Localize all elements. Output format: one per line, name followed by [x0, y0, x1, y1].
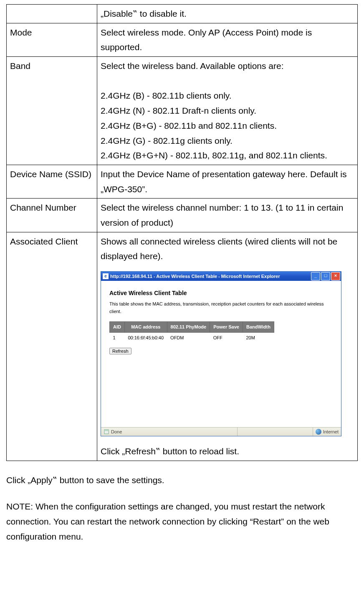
ssid-label: Device Name (SSID): [7, 165, 97, 198]
statusbar: Done Internet: [101, 427, 341, 436]
band-opt4: 2.4GHz (G) - 802.11g clients only.: [101, 133, 354, 148]
row0-desc: „Disable‟ to disable it.: [97, 5, 358, 23]
status-zone: Internet: [323, 428, 339, 436]
ie-body: Active Wireless Client Table This table …: [101, 281, 341, 427]
client-table: AID MAC address 802.11 PhyMode Power Sav…: [109, 321, 274, 343]
done-icon: [104, 429, 109, 435]
cell-aid: 1: [110, 332, 125, 343]
settings-table: „Disable‟ to disable it. Mode Select wir…: [6, 4, 358, 461]
apply-note: Click „Apply‟ button to save the setting…: [6, 473, 358, 488]
table-row: 1 00:16:6f:45:b0:40 OFDM OFF 20M: [110, 332, 274, 343]
band-opt3: 2.4GHz (B+G) - 802.11b and 802.11n clien…: [101, 118, 354, 133]
th-ps: Power Save: [210, 322, 243, 333]
mode-label: Mode: [7, 23, 97, 56]
ssid-desc: Input the Device Name of presentation ga…: [97, 165, 358, 198]
band-label: Band: [7, 57, 97, 165]
client-table-desc: This table shows the MAC address, transm…: [109, 300, 333, 316]
band-opt2: 2.4GHz (N) - 802.11 Draft-n clients only…: [101, 103, 354, 118]
assoc-desc: Shows all connected wireless clients (wi…: [101, 234, 354, 264]
window-title: http://192.168.94.11 - Active Wireless C…: [110, 273, 311, 280]
band-opt1: 2.4GHz (B) - 802.11b clients only.: [101, 88, 354, 103]
channel-desc: Select the wireless channel number: 1 to…: [97, 199, 358, 232]
minimize-button[interactable]: _: [311, 272, 320, 280]
internet-icon: [316, 429, 321, 435]
refresh-button[interactable]: Refresh: [109, 348, 131, 354]
restart-note: NOTE: When the configuration settings ar…: [6, 499, 358, 544]
status-done: Done: [111, 428, 122, 436]
ie-window: e http://192.168.94.11 - Active Wireless…: [101, 271, 341, 436]
cell-phy: OFDM: [167, 332, 210, 343]
assoc-desc-cell: Shows all connected wireless clients (wi…: [97, 232, 358, 461]
band-desc: Select the wireless band. Available opti…: [97, 57, 358, 165]
channel-label: Channel Number: [7, 199, 97, 232]
th-phy: 802.11 PhyMode: [167, 322, 210, 333]
close-button[interactable]: ×: [331, 272, 340, 280]
cell-ps: OFF: [210, 332, 243, 343]
assoc-label: Associated Client: [7, 232, 97, 461]
cell-bw: 20M: [243, 332, 274, 343]
titlebar: e http://192.168.94.11 - Active Wireless…: [101, 272, 341, 281]
assoc-after: Click „Refresh‟ button to reload list.: [101, 444, 354, 459]
ie-page-icon: e: [103, 273, 109, 279]
maximize-button[interactable]: □: [321, 272, 330, 280]
th-aid: AID: [110, 322, 125, 333]
band-opt5: 2.4GHz (B+G+N) - 802.11b, 802.11g, and 8…: [101, 148, 354, 163]
band-intro: Select the wireless band. Available opti…: [101, 59, 354, 74]
client-table-heading: Active Wireless Client Table: [109, 288, 333, 298]
th-mac: MAC address: [124, 322, 167, 333]
row0-label: [7, 5, 97, 23]
cell-mac: 00:16:6f:45:b0:40: [124, 332, 167, 343]
mode-desc: Select wireless mode. Only AP (Access Po…: [97, 23, 358, 56]
th-bw: BandWidth: [243, 322, 274, 333]
